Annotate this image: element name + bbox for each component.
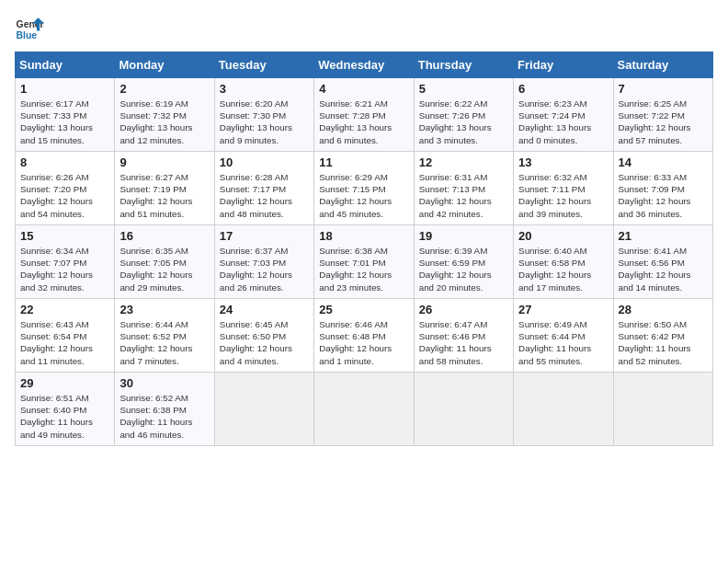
calendar-cell: 6 Sunrise: 6:23 AMSunset: 7:24 PMDayligh… [514,78,613,152]
day-number: 25 [319,303,408,316]
calendar-cell: 9 Sunrise: 6:27 AMSunset: 7:19 PMDayligh… [115,152,214,225]
day-number: 23 [119,303,209,316]
calendar-cell: 15 Sunrise: 6:34 AMSunset: 7:07 PMDaylig… [16,225,115,299]
day-info: Sunrise: 6:25 AMSunset: 7:22 PMDaylight:… [619,98,708,146]
day-info: Sunrise: 6:43 AMSunset: 6:54 PMDaylight:… [20,318,109,367]
day-number: 24 [220,303,309,316]
calendar-cell: 12 Sunrise: 6:31 AMSunset: 7:13 PMDaylig… [414,152,513,225]
day-number: 8 [20,155,109,169]
day-info: Sunrise: 6:35 AMSunset: 7:05 PMDaylight:… [119,245,209,293]
day-info: Sunrise: 6:22 AMSunset: 7:26 PMDaylight:… [419,98,508,146]
calendar-week-1: 1 Sunrise: 6:17 AMSunset: 7:33 PMDayligh… [16,78,713,152]
calendar-cell: 16 Sunrise: 6:35 AMSunset: 7:05 PMDaylig… [115,225,214,299]
day-number: 20 [518,229,608,243]
calendar-week-3: 15 Sunrise: 6:34 AMSunset: 7:07 PMDaylig… [16,225,713,299]
day-number: 17 [220,229,309,243]
calendar-cell: 7 Sunrise: 6:25 AMSunset: 7:22 PMDayligh… [613,78,712,152]
day-info: Sunrise: 6:51 AMSunset: 6:40 PMDaylight:… [20,392,109,441]
calendar-cell [214,373,313,446]
day-number: 6 [518,82,608,96]
day-number: 9 [119,155,209,169]
calendar-cell: 23 Sunrise: 6:44 AMSunset: 6:52 PMDaylig… [115,299,214,373]
calendar-cell: 5 Sunrise: 6:22 AMSunset: 7:26 PMDayligh… [414,78,513,152]
weekday-header-wednesday: Wednesday [314,52,414,78]
svg-text:Blue: Blue [17,30,38,40]
calendar-cell: 2 Sunrise: 6:19 AMSunset: 7:32 PMDayligh… [115,78,214,152]
weekday-header-tuesday: Tuesday [214,52,313,78]
day-info: Sunrise: 6:39 AMSunset: 6:59 PMDaylight:… [419,245,508,293]
day-number: 30 [119,376,209,390]
day-number: 3 [220,82,309,96]
calendar-cell: 8 Sunrise: 6:26 AMSunset: 7:20 PMDayligh… [16,152,115,225]
weekday-header-thursday: Thursday [414,52,513,78]
day-number: 12 [419,155,508,169]
calendar-cell: 21 Sunrise: 6:41 AMSunset: 6:56 PMDaylig… [613,225,712,299]
calendar-cell: 18 Sunrise: 6:38 AMSunset: 7:01 PMDaylig… [314,225,414,299]
calendar-cell: 26 Sunrise: 6:47 AMSunset: 6:46 PMDaylig… [414,299,513,373]
day-info: Sunrise: 6:20 AMSunset: 7:30 PMDaylight:… [220,98,309,146]
weekday-header-saturday: Saturday [613,52,712,78]
logo: General Blue [15,15,44,44]
weekday-header-monday: Monday [115,52,214,78]
day-info: Sunrise: 6:45 AMSunset: 6:50 PMDaylight:… [220,318,309,367]
day-number: 28 [619,303,708,316]
day-number: 2 [119,82,209,96]
calendar-cell: 4 Sunrise: 6:21 AMSunset: 7:28 PMDayligh… [314,78,414,152]
calendar-table: SundayMondayTuesdayWednesdayThursdayFrid… [15,52,713,446]
calendar-cell: 17 Sunrise: 6:37 AMSunset: 7:03 PMDaylig… [214,225,313,299]
weekday-header-friday: Friday [514,52,613,78]
day-number: 10 [220,155,309,169]
day-number: 27 [518,303,608,316]
calendar-cell: 30 Sunrise: 6:52 AMSunset: 6:38 PMDaylig… [115,373,214,446]
calendar-cell: 11 Sunrise: 6:29 AMSunset: 7:15 PMDaylig… [314,152,414,225]
calendar-cell: 29 Sunrise: 6:51 AMSunset: 6:40 PMDaylig… [16,373,115,446]
day-info: Sunrise: 6:33 AMSunset: 7:09 PMDaylight:… [619,171,708,220]
day-info: Sunrise: 6:40 AMSunset: 6:58 PMDaylight:… [518,245,608,293]
day-number: 18 [319,229,408,243]
day-number: 26 [419,303,508,316]
calendar-cell [613,373,712,446]
day-info: Sunrise: 6:37 AMSunset: 7:03 PMDaylight:… [220,245,309,293]
day-number: 29 [20,376,109,390]
day-number: 7 [619,82,708,96]
calendar-cell [314,373,414,446]
day-number: 5 [419,82,508,96]
day-info: Sunrise: 6:34 AMSunset: 7:07 PMDaylight:… [20,245,109,293]
day-number: 13 [518,155,608,169]
day-number: 19 [419,229,508,243]
day-info: Sunrise: 6:44 AMSunset: 6:52 PMDaylight:… [119,318,209,367]
weekday-header-row: SundayMondayTuesdayWednesdayThursdayFrid… [16,52,713,78]
calendar-cell: 1 Sunrise: 6:17 AMSunset: 7:33 PMDayligh… [16,78,115,152]
calendar-cell: 27 Sunrise: 6:49 AMSunset: 6:44 PMDaylig… [514,299,613,373]
day-number: 4 [319,82,408,96]
day-info: Sunrise: 6:46 AMSunset: 6:48 PMDaylight:… [319,318,408,367]
day-info: Sunrise: 6:49 AMSunset: 6:44 PMDaylight:… [518,318,608,367]
day-info: Sunrise: 6:50 AMSunset: 6:42 PMDaylight:… [619,318,708,367]
logo-icon: General Blue [15,15,44,44]
day-info: Sunrise: 6:26 AMSunset: 7:20 PMDaylight:… [20,171,109,220]
day-info: Sunrise: 6:31 AMSunset: 7:13 PMDaylight:… [419,171,508,220]
day-info: Sunrise: 6:27 AMSunset: 7:19 PMDaylight:… [119,171,209,220]
calendar-week-4: 22 Sunrise: 6:43 AMSunset: 6:54 PMDaylig… [16,299,713,373]
day-number: 1 [20,82,109,96]
calendar-week-5: 29 Sunrise: 6:51 AMSunset: 6:40 PMDaylig… [16,373,713,446]
day-info: Sunrise: 6:38 AMSunset: 7:01 PMDaylight:… [319,245,408,293]
day-info: Sunrise: 6:29 AMSunset: 7:15 PMDaylight:… [319,171,408,220]
calendar-cell: 13 Sunrise: 6:32 AMSunset: 7:11 PMDaylig… [514,152,613,225]
day-number: 16 [119,229,209,243]
calendar-cell: 25 Sunrise: 6:46 AMSunset: 6:48 PMDaylig… [314,299,414,373]
calendar-cell: 24 Sunrise: 6:45 AMSunset: 6:50 PMDaylig… [214,299,313,373]
calendar-cell: 28 Sunrise: 6:50 AMSunset: 6:42 PMDaylig… [613,299,712,373]
day-info: Sunrise: 6:21 AMSunset: 7:28 PMDaylight:… [319,98,408,146]
calendar-cell: 14 Sunrise: 6:33 AMSunset: 7:09 PMDaylig… [613,152,712,225]
day-info: Sunrise: 6:19 AMSunset: 7:32 PMDaylight:… [119,98,209,146]
weekday-header-sunday: Sunday [16,52,115,78]
day-number: 15 [20,229,109,243]
day-number: 21 [619,229,708,243]
day-number: 22 [20,303,109,316]
calendar-cell: 19 Sunrise: 6:39 AMSunset: 6:59 PMDaylig… [414,225,513,299]
day-info: Sunrise: 6:47 AMSunset: 6:46 PMDaylight:… [419,318,508,367]
day-info: Sunrise: 6:28 AMSunset: 7:17 PMDaylight:… [220,171,309,220]
day-number: 11 [319,155,408,169]
day-info: Sunrise: 6:17 AMSunset: 7:33 PMDaylight:… [20,98,109,146]
